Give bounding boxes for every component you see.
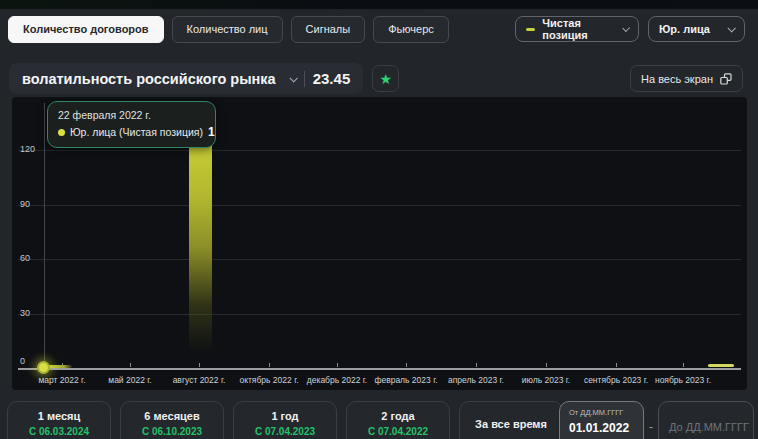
x-tick: июль 2023 г.: [506, 363, 586, 385]
fullscreen-button[interactable]: На весь экран: [630, 65, 743, 92]
date-from-input[interactable]: От ДД.ММ.ГГГГ 01.01.2022: [559, 401, 644, 439]
chevron-down-icon: [727, 24, 735, 32]
series-color-swatch: [526, 28, 535, 31]
period-button-1year[interactable]: 1 год С 07.04.2023: [233, 401, 337, 439]
gridline-60: [18, 259, 741, 260]
current-value: 23.45: [313, 70, 351, 87]
tab-contracts-count[interactable]: Количество договоров: [8, 16, 164, 43]
tooltip-series-name: Юр. лица (Чистая позиция): [70, 126, 203, 138]
y-axis-tick: 30: [20, 308, 46, 318]
favorite-button[interactable]: ★: [372, 65, 399, 92]
x-tick: август 2022 г.: [159, 363, 239, 385]
position-type-select[interactable]: Чистая позиция: [515, 16, 639, 42]
hover-highlight-column: [189, 138, 212, 352]
filters: Чистая позиция Юр. лица: [515, 16, 745, 42]
top-strip: [0, 0, 758, 9]
period-button-1month[interactable]: 1 месяц С 06.03.2024: [7, 401, 111, 439]
entity-type-value: Юр. лица: [659, 23, 710, 35]
y-axis-tick: 120: [20, 144, 46, 154]
divider: [304, 71, 305, 87]
entity-type-select[interactable]: Юр. лица: [648, 16, 745, 42]
tab-persons-count[interactable]: Количество лиц: [172, 16, 283, 43]
x-tick: май 2022 г.: [90, 363, 170, 385]
chevron-down-icon: [289, 74, 297, 82]
tab-futures[interactable]: Фьючерс: [373, 16, 449, 43]
instrument-selector[interactable]: волатильность российского рынка 23.45: [9, 63, 363, 94]
gridline-30: [18, 314, 741, 315]
y-axis-tick: 60: [20, 253, 46, 263]
chevron-down-icon: [622, 24, 630, 32]
gridline-120: [18, 150, 741, 151]
date-from-value: 01.01.2022: [569, 421, 634, 435]
x-tick: февраль 2023 г.: [366, 363, 446, 385]
chart-tooltip: 22 февраля 2022 г. Юр. лица (Чистая пози…: [47, 101, 216, 148]
page-title: волатильность российского рынка: [22, 71, 276, 87]
period-buttons: 1 месяц С 06.03.2024 6 месяцев С 06.10.2…: [7, 401, 563, 439]
tooltip-value: 1: [208, 125, 215, 139]
gridline-90: [18, 205, 741, 206]
period-button-2years[interactable]: 2 года С 07.04.2022: [346, 401, 450, 439]
date-separator: -: [649, 420, 653, 434]
hovered-data-point[interactable]: [37, 361, 50, 374]
expand-icon: [720, 73, 732, 85]
date-from-label: От ДД.ММ.ГГГГ: [569, 408, 634, 417]
series-line-segment-right: [708, 364, 734, 367]
x-tick: декабрь 2022 г.: [297, 363, 377, 385]
chart-plot-area[interactable]: 120 90 60 30 0 март 2022 г. май 2022 г. …: [12, 97, 747, 390]
y-axis-tick: 90: [20, 199, 46, 209]
period-button-6months[interactable]: 6 месяцев С 06.10.2023: [120, 401, 224, 439]
date-range: От ДД.ММ.ГГГГ 01.01.2022 - До ДД.ММ.ГГГГ: [559, 401, 754, 439]
position-type-value: Чистая позиция: [542, 17, 615, 41]
date-to-input[interactable]: До ДД.ММ.ГГГГ: [658, 401, 754, 439]
period-button-alltime[interactable]: За все время: [459, 401, 563, 439]
series-dot-icon: [58, 129, 65, 136]
tab-signals[interactable]: Сигналы: [291, 16, 366, 43]
tooltip-date: 22 февраля 2022 г.: [58, 109, 205, 121]
crosshair-line: [44, 103, 45, 365]
metric-tabs: Количество договоров Количество лиц Сигн…: [8, 16, 449, 43]
x-tick: апрель 2023 г.: [436, 363, 516, 385]
date-to-placeholder: До ДД.ММ.ГГГГ: [669, 421, 749, 433]
star-icon: ★: [379, 72, 392, 86]
chart-header: волатильность российского рынка 23.45 ★: [9, 63, 399, 94]
fullscreen-label: На весь экран: [641, 73, 713, 85]
